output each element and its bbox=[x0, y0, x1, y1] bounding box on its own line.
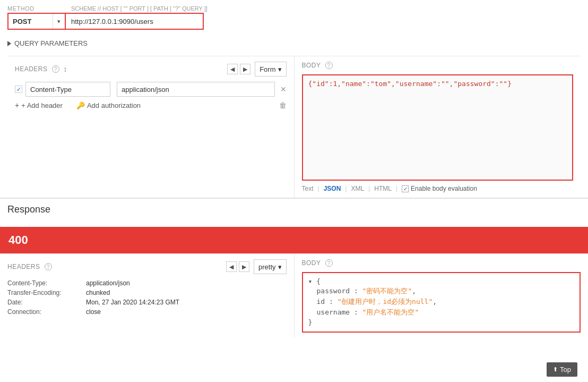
headers-panel-title-group: HEADERS ? ↕ bbox=[15, 65, 67, 73]
header-item-row: ✕ bbox=[15, 82, 287, 97]
resp-headers-table: Content-Type: application/json Transfer-… bbox=[7, 279, 287, 316]
format-xml[interactable]: XML bbox=[351, 185, 364, 192]
resp-body-line-password: password : "密码不能为空", bbox=[317, 286, 575, 296]
url-bar: POST ▾ bbox=[7, 13, 581, 30]
headers-prev-arrow[interactable]: ◀ bbox=[227, 64, 238, 74]
resp-header-item: Content-Type: application/json bbox=[7, 279, 287, 287]
resp-body-line-id: id : "创建用户时，id必须为null", bbox=[317, 297, 575, 307]
headers-panel-controls: ◀ ▶ Form ▾ bbox=[227, 62, 286, 77]
body-content[interactable]: {"id":1,"name":"tom","username":"","pass… bbox=[302, 74, 574, 181]
body-label: BODY bbox=[302, 62, 321, 69]
resp-header-item: Connection: close bbox=[7, 308, 287, 316]
resp-body-line-close: } bbox=[308, 318, 575, 326]
resp-header-key-date: Date: bbox=[7, 299, 82, 306]
method-select[interactable]: POST ▾ bbox=[7, 13, 66, 30]
resp-header-key-transfer: Transfer-Encoding: bbox=[7, 289, 82, 296]
body-panel-title-group: BODY ? bbox=[302, 62, 333, 69]
format-html[interactable]: HTML bbox=[374, 185, 392, 192]
resp-headers-prev-arrow[interactable]: ◀ bbox=[226, 261, 237, 272]
headers-nav-arrows: ◀ ▶ bbox=[227, 64, 250, 74]
resp-header-val-transfer: chunked bbox=[86, 289, 110, 296]
method-label: METHOD bbox=[7, 5, 71, 12]
response-title: Response bbox=[7, 204, 581, 215]
resp-header-key-content-type: Content-Type: bbox=[7, 279, 82, 287]
headers-format-dropdown-icon: ▾ bbox=[278, 65, 282, 73]
add-header-plus-icon: + bbox=[15, 101, 19, 109]
resp-body-line-open: ▾ { bbox=[308, 277, 575, 285]
resp-headers-label: HEADERS bbox=[7, 263, 40, 270]
response-status-bar: 400 bbox=[0, 227, 588, 253]
body-panel-header: BODY ? bbox=[302, 62, 574, 69]
response-section: Response bbox=[0, 199, 588, 227]
resp-headers-nav-arrows: ◀ ▶ bbox=[226, 261, 249, 272]
request-panels: HEADERS ? ↕ ◀ ▶ Form ▾ bbox=[7, 56, 581, 198]
resp-body-panel-header: BODY ? bbox=[302, 259, 581, 267]
headers-panel: HEADERS ? ↕ ◀ ▶ Form ▾ bbox=[7, 56, 295, 198]
headers-sort-icon[interactable]: ↕ bbox=[64, 65, 67, 73]
resp-headers-next-arrow[interactable]: ▶ bbox=[239, 261, 249, 272]
headers-format-dropdown[interactable]: Form ▾ bbox=[255, 62, 286, 77]
add-header-label: + Add header bbox=[21, 101, 63, 109]
resp-headers-help-icon[interactable]: ? bbox=[45, 263, 52, 270]
enable-eval-toggle[interactable]: Enable body evaluation bbox=[402, 185, 477, 192]
resp-header-val-content-type: application/json bbox=[86, 279, 130, 287]
resp-header-val-date: Mon, 27 Jan 2020 14:24:23 GMT bbox=[86, 299, 179, 306]
format-text[interactable]: Text bbox=[302, 185, 314, 192]
method-value: POST bbox=[8, 18, 53, 26]
resp-body-help-icon[interactable]: ? bbox=[325, 259, 333, 267]
body-text: {"id":1,"name":"tom","username":"","pass… bbox=[308, 80, 512, 88]
header-remove-icon[interactable]: ✕ bbox=[280, 85, 287, 94]
query-params-toggle[interactable]: QUERY PARAMETERS bbox=[7, 39, 581, 47]
add-header-button[interactable]: + + Add header bbox=[15, 101, 63, 109]
resp-header-item: Date: Mon, 27 Jan 2020 14:24:23 GMT bbox=[7, 299, 287, 306]
resp-body-content[interactable]: ▾ { password : "密码不能为空", id : "创建用户时，id必… bbox=[302, 272, 581, 333]
add-authorization-button[interactable]: 🔑 Add authorization bbox=[76, 101, 141, 109]
header-actions: + + Add header 🔑 Add authorization 🗑 bbox=[15, 101, 287, 109]
response-body-panel: BODY ? ▾ { password : "密码不能为空", id : "创建… bbox=[295, 254, 589, 338]
authorization-key-icon: 🔑 bbox=[76, 101, 85, 109]
headers-label: HEADERS bbox=[15, 65, 48, 73]
resp-headers-panel-header: HEADERS ? ◀ ▶ pretty ▾ bbox=[7, 259, 287, 274]
resp-headers-pretty-label: pretty bbox=[258, 263, 276, 271]
resp-body-line-username: username : "用户名不能为空" bbox=[317, 308, 575, 317]
url-label: SCHEME // HOST [ "" PORT ] [ PATH [ "?" … bbox=[71, 5, 207, 12]
query-params-toggle-icon bbox=[7, 41, 11, 46]
response-panels: HEADERS ? ◀ ▶ pretty ▾ Content-Type: app… bbox=[0, 253, 588, 338]
headers-next-arrow[interactable]: ▶ bbox=[240, 64, 250, 74]
resp-body-title-group: BODY ? bbox=[302, 259, 333, 267]
resp-header-item: Transfer-Encoding: chunked bbox=[7, 289, 287, 296]
header-value-input[interactable] bbox=[117, 82, 275, 97]
headers-panel-header: HEADERS ? ↕ ◀ ▶ Form ▾ bbox=[15, 62, 287, 77]
header-checkbox[interactable] bbox=[15, 86, 22, 93]
query-params-label: QUERY PARAMETERS bbox=[14, 39, 88, 47]
response-headers-panel: HEADERS ? ◀ ▶ pretty ▾ Content-Type: app… bbox=[0, 254, 295, 338]
resp-headers-dropdown-icon: ▾ bbox=[278, 263, 282, 271]
body-panel: BODY ? {"id":1,"name":"tom","username":"… bbox=[295, 56, 581, 198]
method-dropdown-icon[interactable]: ▾ bbox=[53, 14, 65, 29]
headers-format-label: Form bbox=[260, 65, 275, 73]
url-label-row: METHOD SCHEME // HOST [ "" PORT ] [ PATH… bbox=[7, 5, 581, 12]
enable-eval-label: Enable body evaluation bbox=[411, 185, 477, 192]
add-authorization-label: Add authorization bbox=[87, 101, 141, 109]
resp-headers-controls: ◀ ▶ pretty ▾ bbox=[226, 259, 287, 274]
header-key-input[interactable] bbox=[25, 82, 110, 97]
resp-body-label: BODY bbox=[302, 259, 321, 267]
format-json[interactable]: JSON bbox=[324, 185, 341, 192]
body-format-bar: Text | JSON | XML | HTML | Enable body e… bbox=[302, 185, 574, 192]
resp-headers-title-group: HEADERS ? bbox=[7, 263, 52, 270]
resp-header-val-connection: close bbox=[86, 308, 101, 316]
headers-help-icon[interactable]: ? bbox=[52, 65, 59, 73]
query-params-row: QUERY PARAMETERS bbox=[7, 35, 581, 52]
response-status-code: 400 bbox=[8, 233, 28, 247]
headers-trash-icon[interactable]: 🗑 bbox=[279, 101, 287, 109]
eval-checkbox[interactable] bbox=[402, 185, 409, 192]
url-input[interactable] bbox=[66, 13, 204, 30]
body-help-icon[interactable]: ? bbox=[325, 62, 333, 69]
resp-headers-pretty-dropdown[interactable]: pretty ▾ bbox=[254, 259, 287, 274]
resp-header-key-connection: Connection: bbox=[7, 308, 82, 316]
